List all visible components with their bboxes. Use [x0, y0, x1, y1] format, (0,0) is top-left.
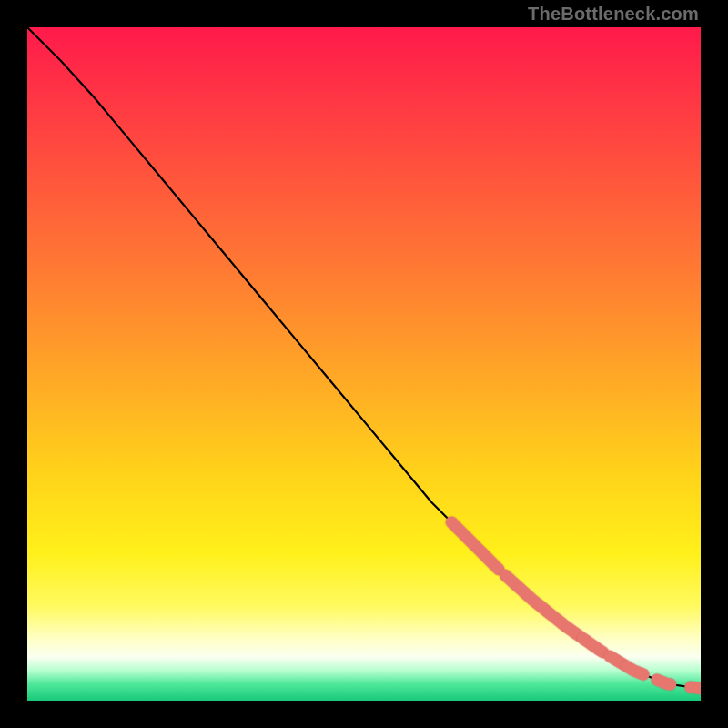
plot-area	[27, 27, 701, 701]
highlight-segments	[451, 522, 701, 689]
highlight-segment	[505, 575, 579, 636]
curve-layer	[27, 27, 701, 701]
highlight-segment	[691, 687, 701, 689]
highlight-segment	[627, 666, 644, 674]
highlight-segment	[657, 680, 671, 684]
highlight-segment	[451, 522, 499, 570]
watermark-text: TheBottleneck.com	[528, 4, 699, 25]
chart-frame: TheBottleneck.com	[0, 0, 728, 728]
main-curve	[27, 27, 701, 689]
highlight-segment	[583, 639, 603, 652]
